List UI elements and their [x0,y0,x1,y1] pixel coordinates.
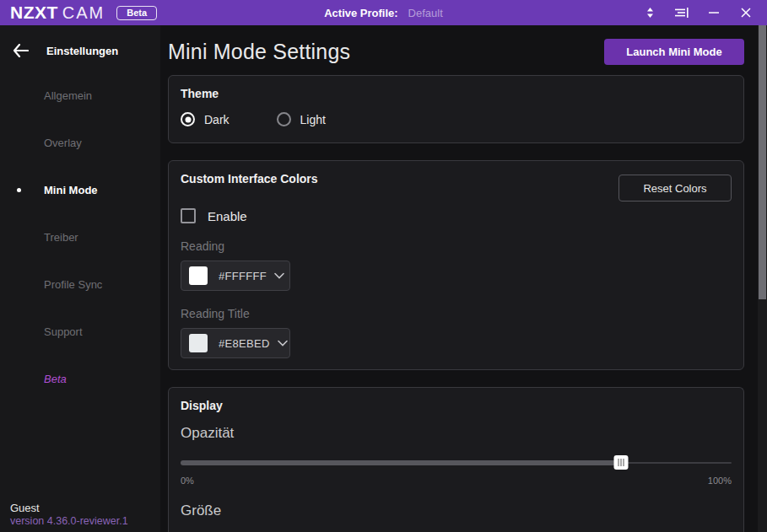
settings-nav: Allgemein Overlay Mini Mode Treiber Prof… [0,72,160,402]
beta-badge: Beta [116,6,157,20]
user-name: Guest [10,502,128,514]
radio-light[interactable] [277,112,291,126]
chevron-down-icon [278,340,288,347]
titlebar: NZXT CAM Beta Active Profile: Default [0,0,767,25]
launch-mini-mode-button[interactable]: Launch Mini Mode [604,39,744,65]
active-bullet [17,188,21,192]
sidebar-item-beta[interactable]: Beta [0,355,160,402]
settings-sidebar: Einstellungen Allgemein Overlay Mini Mod… [0,25,160,532]
reading-color-swatch [189,266,208,285]
reading-label: Reading [181,239,732,253]
close-button[interactable] [730,0,762,25]
enable-custom-colors[interactable]: Enable [181,208,732,223]
opacity-max-label: 100% [708,476,732,486]
reading-title-color-swatch [189,334,208,352]
sidebar-item-overlay[interactable]: Overlay [0,119,160,166]
display-heading: Display [181,399,732,412]
back-arrow-icon[interactable] [13,44,29,57]
reading-title-color-picker[interactable]: #E8EBED [181,328,290,358]
scrollbar-thumb[interactable] [759,25,766,299]
enable-checkbox[interactable] [181,208,196,223]
opacity-min-label: 0% [181,476,194,486]
main-content: Mini Mode Settings Launch Mini Mode Them… [160,25,758,532]
reading-color-picker[interactable]: #FFFFFF [181,261,290,291]
logo-nzxt: NZXT [10,3,58,23]
sidebar-item-support[interactable]: Support [0,308,160,355]
theme-option-dark[interactable]: Dark [181,112,230,126]
page-title: Mini Mode Settings [168,40,350,64]
theme-card: Theme Dark Light [168,75,744,143]
reading-title-hex-value: #E8EBED [219,337,270,350]
app-logo: NZXT CAM Beta [10,3,157,23]
vertical-scrollbar[interactable] [758,25,767,532]
custom-colors-heading: Custom Interface Colors [181,172,318,185]
opacity-slider[interactable] [181,455,732,470]
sidebar-item-mini-mode[interactable]: Mini Mode [0,166,160,213]
theme-heading: Theme [181,87,732,100]
size-label: Größe [181,502,732,519]
sidebar-footer: Guest version 4.36.0-reviewer.1 [10,502,128,527]
opacity-label: Opazität [181,425,732,442]
sidebar-title: Einstellungen [46,45,118,57]
reset-colors-button[interactable]: Reset Colors [618,175,732,202]
sidebar-item-allgemein[interactable]: Allgemein [0,72,160,119]
active-profile: Active Profile: Default [324,0,443,25]
custom-colors-card: Custom Interface Colors Reset Colors Ena… [168,160,744,370]
app-version: version 4.36.0-reviewer.1 [10,515,128,527]
sidebar-item-treiber[interactable]: Treiber [0,213,160,261]
active-profile-value[interactable]: Default [408,7,443,19]
profile-selector-icon[interactable] [634,0,666,25]
radio-dark[interactable] [181,112,195,126]
logo-cam: CAM [62,3,105,23]
reading-hex-value: #FFFFFF [219,270,267,282]
sidebar-item-profile-sync[interactable]: Profile Sync [0,261,160,308]
minimize-button[interactable] [698,0,730,25]
theme-option-light[interactable]: Light [277,112,326,126]
display-card: Display Opazität 0% 100% Größe [168,387,744,532]
chevron-down-icon [274,272,284,279]
slider-fill [181,460,621,465]
reading-title-label: Reading Title [181,307,732,320]
dock-mini-mode-icon[interactable] [666,0,698,25]
active-profile-label: Active Profile: [324,7,397,19]
opacity-slider-handle[interactable] [614,455,629,470]
